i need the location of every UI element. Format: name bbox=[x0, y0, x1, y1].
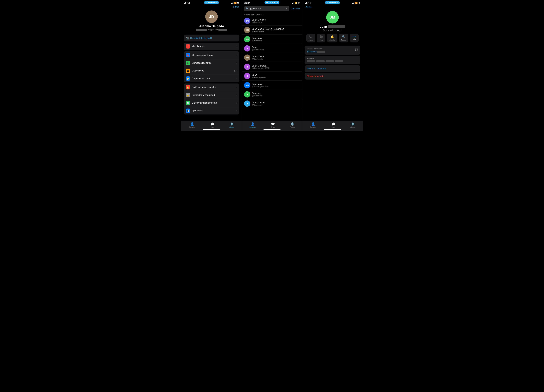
time-2: 20:44 bbox=[244, 2, 250, 4]
contact-screen: 20:44 TELEGRAM 📶 49 ‹ Atrás bbox=[302, 0, 363, 131]
search-result-item[interactable]: JMG Juan Manuel Garcia Fernandez @juanma… bbox=[242, 25, 302, 35]
svg-rect-3 bbox=[357, 49, 358, 49]
search-bar: 🔍 ✕ Cancelar bbox=[244, 6, 300, 11]
mute-button[interactable]: 🔔 silenciar bbox=[327, 34, 337, 42]
menu-item-appearance[interactable]: 🌓 Apariencia › bbox=[183, 107, 239, 115]
result-info: Juanma @Juanmay5 bbox=[252, 92, 300, 97]
search-result-item[interactable]: J Juan @juanmayesthis bbox=[242, 71, 302, 81]
result-username: @Juanmaye bbox=[252, 104, 300, 106]
result-name: Juan Mayta bbox=[252, 55, 300, 58]
more-icon: ••• bbox=[353, 35, 356, 38]
search-screen: 20:44 TELEGRAM 📶 49 🔍 ✕ Can bbox=[242, 0, 302, 131]
clear-search-button[interactable]: ✕ bbox=[286, 7, 288, 10]
wifi-icon-3: 📶 bbox=[355, 2, 358, 4]
search-result-item[interactable]: J Juan @JuanMayoral bbox=[242, 44, 302, 53]
cancel-button[interactable]: Cancelar bbox=[291, 7, 300, 10]
search-input[interactable] bbox=[250, 7, 284, 10]
tab-chats-2[interactable]: 💬 Chats bbox=[271, 122, 275, 128]
block-user-button[interactable]: Bloquear usuario bbox=[305, 73, 361, 80]
profile-section: JD Juanma Delgado • @juanma bbox=[181, 9, 242, 34]
tab-settings-3[interactable]: ⚙️ Ajustes bbox=[350, 122, 355, 128]
status-bar-1: 20:42 TELEGRAM 📶 50 bbox=[181, 0, 242, 5]
result-avatar: J bbox=[244, 64, 250, 70]
menu-item-privacy[interactable]: 🔒 Privacidad y seguridad › bbox=[183, 91, 239, 99]
search-result-item[interactable]: JM Juan Mayo @JuanMayonnaise bbox=[242, 81, 302, 90]
search-result-item[interactable]: JM Juan Morales @Juanmaya bbox=[242, 16, 302, 25]
svg-rect-5 bbox=[355, 50, 356, 51]
more-button[interactable]: ••• más bbox=[350, 34, 359, 42]
signal-icon-1 bbox=[231, 2, 233, 4]
battery-label-2: 49 bbox=[298, 2, 300, 4]
wifi-icon-2: 📶 bbox=[295, 2, 297, 4]
signal-icon-2 bbox=[292, 2, 294, 4]
menu-item-calls[interactable]: 📞 Llamadas recientes › bbox=[183, 59, 239, 67]
edit-button[interactable]: Editar bbox=[233, 5, 239, 8]
svg-rect-7 bbox=[357, 50, 358, 50]
search-result-item[interactable]: J Juanma @Juanmay5 bbox=[242, 90, 302, 99]
qr-code-icon[interactable] bbox=[355, 48, 358, 52]
result-name: Juan Mayorga bbox=[252, 64, 300, 67]
tab-contacts-2[interactable]: 👤 Contactos bbox=[249, 122, 256, 128]
search-result-item[interactable]: JM Juan May @jUANmAY bbox=[242, 35, 302, 44]
profile-username: • @juanma bbox=[196, 29, 227, 31]
appearance-label: Apariencia bbox=[192, 110, 237, 112]
menu-section-main: 🔖 Mensajes guardados › 📞 Llamadas recien… bbox=[183, 51, 239, 82]
tab-settings-2[interactable]: ⚙️ Ajustes bbox=[290, 122, 295, 128]
search-result-item[interactable]: JM Juan Mayta @JuanMayta bbox=[242, 53, 302, 62]
bio-label: biografía bbox=[307, 58, 358, 60]
tab-contacts-3[interactable]: 👤 Contactos bbox=[310, 122, 316, 128]
contact-name: Juan bbox=[320, 25, 327, 29]
result-username: @juanmayesthis bbox=[252, 76, 300, 78]
video-button[interactable]: 🎥 video bbox=[317, 34, 325, 42]
data-icon: 📊 bbox=[186, 101, 190, 105]
chevron-icon: › bbox=[237, 102, 237, 104]
search-result-item[interactable]: J Juan Manuel @Juanmaye bbox=[242, 99, 302, 108]
result-name: Juan Manuel bbox=[252, 101, 300, 104]
tab-contacts-1[interactable]: 👤 Contactos bbox=[189, 122, 195, 128]
contact-header: ‹ Atrás bbox=[302, 5, 363, 10]
add-contact-button[interactable]: Añadir a Contactos bbox=[305, 65, 361, 72]
result-info: Juan May @jUANmAY bbox=[252, 37, 300, 42]
bio-value bbox=[307, 60, 358, 62]
chats-tab-icon: 💬 bbox=[211, 122, 214, 126]
result-info: Juan @juanmayesthis bbox=[252, 74, 300, 78]
right-icons-3: 📶 49 bbox=[352, 2, 360, 4]
menu-item-devices[interactable]: 📱 Dispositivos 6 › bbox=[183, 67, 239, 75]
data-label: Datos y almacenamiento bbox=[192, 102, 237, 104]
devices-badge: 6 bbox=[234, 70, 235, 72]
call-button[interactable]: 📞 llamar bbox=[307, 34, 315, 42]
result-username: @Juanmaya bbox=[252, 21, 300, 23]
contact-status: últ. vez recientemente bbox=[302, 29, 363, 31]
username-blur bbox=[219, 29, 227, 31]
tab-settings-1[interactable]: ⚙️ Ajustes bbox=[230, 122, 234, 128]
back-button[interactable]: ‹ Atrás bbox=[305, 6, 311, 8]
username-section: nombre de usuario @Juanma bbox=[305, 46, 361, 55]
stories-label: Mis historias bbox=[192, 45, 237, 48]
call-icon: 📞 bbox=[309, 35, 313, 39]
menu-item-data[interactable]: 📊 Datos y almacenamiento › bbox=[183, 99, 239, 107]
phone-blur bbox=[196, 29, 207, 31]
notifications-icon: 🔔 bbox=[186, 85, 190, 89]
tab-chats-3[interactable]: 💬 Chats bbox=[331, 122, 335, 128]
result-info: Juan Morales @Juanmaya bbox=[252, 18, 300, 23]
change-photo-button[interactable]: 📷 Cambiar foto de perfil bbox=[183, 35, 239, 41]
chats-tab-icon-2: 💬 bbox=[271, 122, 275, 126]
search-input-wrap: 🔍 ✕ bbox=[244, 6, 290, 11]
menu-item-notifications[interactable]: 🔔 Notificaciones y sonidos › bbox=[183, 83, 239, 91]
right-icons-2: 📶 49 bbox=[292, 2, 300, 4]
result-username: @JuanMayta bbox=[252, 58, 300, 60]
devices-label: Dispositivos bbox=[192, 69, 234, 72]
tab-chats-1[interactable]: 💬 Chats bbox=[211, 122, 214, 128]
menu-item-folders[interactable]: 📁 Carpetas de chats › bbox=[183, 75, 239, 82]
menu-item-saved[interactable]: 🔖 Mensajes guardados › bbox=[183, 51, 239, 59]
telegram-pill-1: TELEGRAM bbox=[204, 1, 219, 4]
menu-item-stories[interactable]: ❤️ Mis historias › bbox=[183, 43, 239, 50]
result-name: Juan Morales bbox=[252, 18, 300, 21]
svg-rect-6 bbox=[357, 50, 357, 50]
chevron-icon: › bbox=[237, 54, 237, 56]
contact-name-row: Juan bbox=[302, 25, 363, 29]
result-avatar: JMG bbox=[244, 27, 250, 33]
search-in-chat-icon: 🔍 bbox=[342, 35, 346, 39]
search-result-item[interactable]: J Juan Mayorga @JuanMayorga1997 bbox=[242, 62, 302, 71]
search-in-chat-button[interactable]: 🔍 buscar bbox=[339, 34, 348, 42]
